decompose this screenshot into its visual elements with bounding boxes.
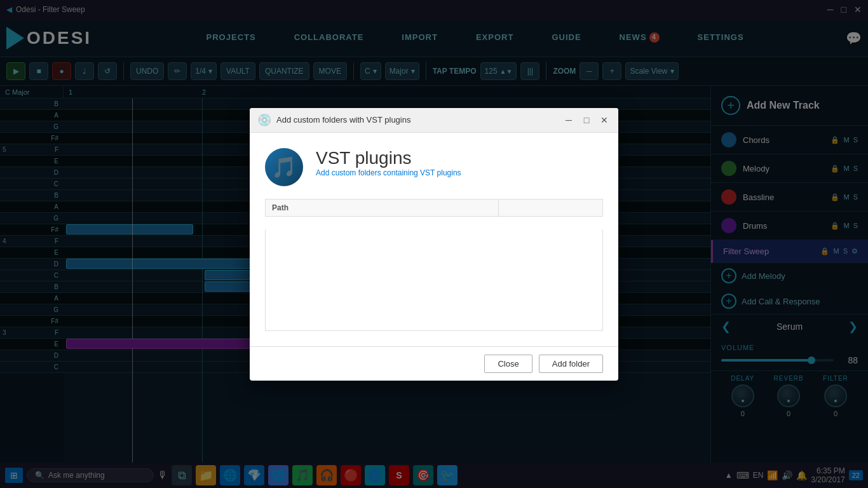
- modal-body: 🎵 VST plugins Add custom folders contain…: [250, 133, 618, 346]
- modal-overlay[interactable]: 💿 Add custom folders with VST plugins ─ …: [0, 0, 868, 488]
- add-folder-button[interactable]: Add folder: [539, 355, 603, 373]
- modal-footer: Close Add folder: [250, 346, 618, 381]
- vst-table-body: [265, 229, 603, 331]
- modal-controls: ─ □ ✕: [562, 114, 611, 126]
- vst-plugins-modal: 💿 Add custom folders with VST plugins ─ …: [250, 108, 618, 381]
- vst-info: VST plugins Add custom folders containin…: [316, 148, 461, 177]
- modal-app-icon: 💿: [257, 113, 271, 127]
- vst-heading: VST plugins: [316, 148, 461, 168]
- vst-table: Path: [265, 199, 603, 217]
- modal-titlebar: 💿 Add custom folders with VST plugins ─ …: [250, 108, 618, 133]
- modal-maximize-button[interactable]: □: [580, 114, 593, 126]
- vst-table-empty-header: [499, 199, 603, 216]
- vst-subtitle: Add custom folders containing VST plugin…: [316, 168, 461, 177]
- modal-minimize-button[interactable]: ─: [562, 114, 575, 126]
- vst-logo: 🎵: [265, 148, 303, 186]
- vst-table-path-header: Path: [266, 199, 499, 216]
- vst-header: 🎵 VST plugins Add custom folders contain…: [265, 148, 603, 186]
- close-button[interactable]: Close: [484, 355, 532, 373]
- modal-title: Add custom folders with VST plugins: [276, 115, 557, 125]
- modal-close-button[interactable]: ✕: [598, 114, 611, 126]
